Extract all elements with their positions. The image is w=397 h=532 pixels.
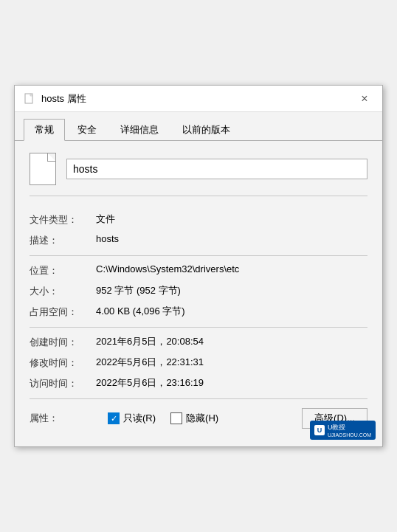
- title-file-icon: [24, 93, 35, 105]
- created-label: 创建时间：: [30, 335, 96, 349]
- description-row: 描述： hosts: [30, 233, 367, 248]
- section-size-location: 位置： C:\Windows\System32\drivers\etc 大小： …: [30, 256, 367, 328]
- accessed-value: 2022年5月6日，23:16:19: [96, 376, 367, 390]
- created-value: 2021年6月5日，20:08:54: [96, 335, 367, 348]
- dialog-title: hosts 属性: [41, 92, 86, 106]
- section-dates: 创建时间： 2021年6月5日，20:08:54 修改时间： 2022年5月6日…: [30, 328, 367, 399]
- watermark-text: U教授 UJIAOSHOU.COM: [328, 423, 371, 438]
- readonly-checkbox-item[interactable]: ✓ 只读(R): [108, 412, 156, 425]
- attributes-label: 属性：: [30, 412, 96, 425]
- file-icon: [30, 153, 56, 185]
- readonly-checkmark: ✓: [111, 415, 117, 423]
- size-row: 大小： 952 字节 (952 字节): [30, 284, 367, 299]
- watermark-icon: U: [314, 425, 325, 435]
- tab-previous-versions[interactable]: 以前的版本: [171, 119, 241, 141]
- tab-details[interactable]: 详细信息: [109, 119, 170, 141]
- file-type-row: 文件类型： 文件: [30, 213, 367, 227]
- hidden-checkbox[interactable]: ✓: [170, 412, 182, 424]
- description-value: hosts: [96, 233, 367, 244]
- location-row: 位置： C:\Windows\System32\drivers\etc: [30, 263, 367, 278]
- tab-general[interactable]: 常规: [24, 119, 65, 141]
- tab-bar: 常规 安全 详细信息 以前的版本: [15, 112, 382, 141]
- properties-dialog: hosts 属性 × 常规 安全 详细信息 以前的版本 hosts 文件类型: [14, 85, 383, 447]
- modified-row: 修改时间： 2022年5月6日，22:31:31: [30, 356, 367, 370]
- disk-size-row: 占用空间： 4.00 KB (4,096 字节): [30, 305, 367, 319]
- file-name-display: hosts: [66, 159, 367, 179]
- title-bar-left: hosts 属性: [24, 92, 86, 106]
- file-name-text: hosts: [73, 163, 97, 175]
- title-bar: hosts 属性 ×: [15, 86, 382, 112]
- close-button[interactable]: ×: [356, 90, 373, 108]
- size-value: 952 字节 (952 字节): [96, 284, 367, 297]
- size-label: 大小：: [30, 284, 96, 298]
- file-type-value: 文件: [96, 213, 367, 226]
- hidden-checkbox-item[interactable]: ✓ 隐藏(H): [170, 412, 218, 425]
- disk-size-label: 占用空间：: [30, 305, 96, 319]
- file-header: hosts: [30, 153, 367, 196]
- accessed-row: 访问时间： 2022年5月6日，23:16:19: [30, 376, 367, 391]
- section-type-desc: 文件类型： 文件 描述： hosts: [30, 205, 367, 256]
- description-label: 描述：: [30, 233, 96, 247]
- location-value: C:\Windows\System32\drivers\etc: [96, 263, 367, 274]
- file-type-label: 文件类型：: [30, 213, 96, 227]
- location-label: 位置：: [30, 263, 96, 277]
- hidden-label: 隐藏(H): [186, 412, 218, 425]
- tab-content: hosts 文件类型： 文件 描述： hosts 位置： C:\Windows\…: [15, 141, 382, 446]
- accessed-label: 访问时间：: [30, 376, 96, 390]
- watermark: U U教授 UJIAOSHOU.COM: [310, 421, 376, 440]
- modified-value: 2022年5月6日，22:31:31: [96, 356, 367, 369]
- modified-label: 修改时间：: [30, 356, 96, 370]
- disk-size-value: 4.00 KB (4,096 字节): [96, 305, 367, 318]
- tab-security[interactable]: 安全: [66, 119, 108, 141]
- readonly-checkbox[interactable]: ✓: [108, 412, 120, 424]
- created-row: 创建时间： 2021年6月5日，20:08:54: [30, 335, 367, 350]
- readonly-label: 只读(R): [123, 412, 156, 425]
